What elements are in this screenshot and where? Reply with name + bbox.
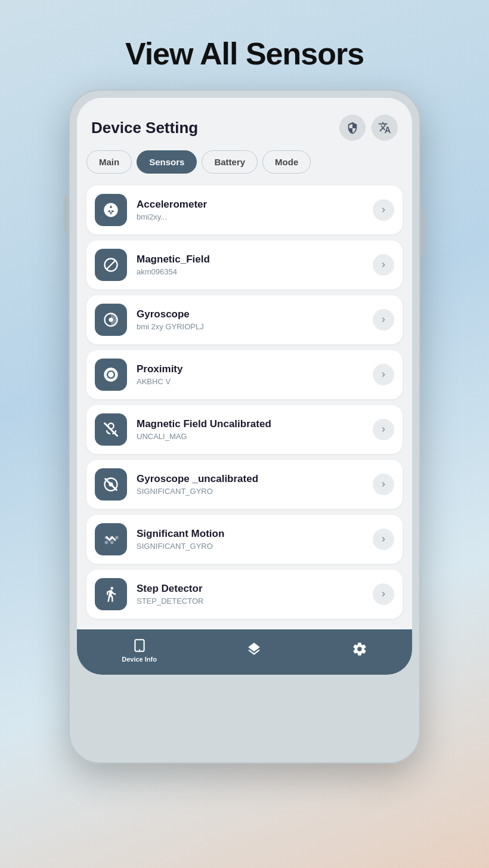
gyroscope-uncal-chevron[interactable] (373, 474, 394, 495)
translate-icon-button[interactable] (372, 115, 398, 141)
gyroscope-uncal-icon (95, 468, 127, 501)
svg-line-2 (106, 479, 117, 490)
significant-motion-name: Significant Motion (137, 528, 363, 540)
gyroscope-icon (95, 304, 127, 336)
magnetic-field-id: akm096354 (137, 267, 363, 276)
magnetic-uncal-id: UNCALI_MAG (137, 432, 363, 441)
gyroscope-chevron[interactable] (373, 309, 394, 330)
settings-nav-icon (352, 641, 367, 657)
gyroscope-info: Gyroscope bmi 2xy GYRIOPLJ (137, 308, 363, 331)
magnetic-field-name: Magnetic_Field (137, 254, 363, 265)
sensor-item-gyroscope[interactable]: Gyroscope bmi 2xy GYRIOPLJ (86, 295, 403, 344)
magnetic-field-chevron[interactable] (373, 254, 394, 276)
magnetic-uncal-chevron[interactable] (373, 419, 394, 440)
sensor-item-accelerometer[interactable]: Accelerometer bmi2xy... (86, 186, 403, 234)
layers-nav-icon (246, 641, 262, 657)
tab-mode[interactable]: Mode (262, 150, 311, 174)
sensor-item-magnetic-uncal[interactable]: Magnetic Field Uncalibrated UNCALI_MAG (86, 405, 403, 454)
nav-layers[interactable] (246, 641, 262, 659)
svg-rect-3 (138, 650, 140, 651)
nav-settings[interactable] (352, 641, 367, 659)
nav-device-info[interactable]: Device Info (122, 638, 157, 663)
proximity-icon (95, 359, 127, 391)
step-detector-info: Step Detector STEP_DETECTOR (137, 583, 363, 606)
accelerometer-icon (95, 194, 127, 226)
phone-frame: Device Setting Main Sensors Battery Mode (69, 89, 420, 764)
tab-sensors[interactable]: Sensors (137, 150, 197, 174)
sensor-item-step-detector[interactable]: Step Detector STEP_DETECTOR (86, 570, 403, 619)
app-header-title: Device Setting (91, 119, 198, 137)
significant-motion-info: Significant Motion SIGNIFICANT_GYRO (137, 528, 363, 551)
proximity-id: AKBHC V (137, 377, 363, 386)
sensor-item-significant-motion[interactable]: Significant Motion SIGNIFICANT_GYRO (86, 515, 403, 564)
magnetic-uncal-icon (95, 413, 127, 446)
significant-motion-chevron[interactable] (373, 529, 394, 550)
significant-motion-icon (95, 523, 127, 555)
magnetic-uncal-name: Magnetic Field Uncalibrated (137, 418, 363, 430)
header-icons (339, 115, 398, 141)
proximity-info: Proximity AKBHC V (137, 363, 363, 386)
shield-icon-button[interactable] (339, 115, 366, 141)
accelerometer-chevron[interactable] (373, 199, 394, 221)
phone-screen: Device Setting Main Sensors Battery Mode (77, 98, 412, 675)
shield-icon (346, 121, 359, 134)
nav-device-info-label: Device Info (122, 656, 157, 663)
significant-motion-id: SIGNIFICANT_GYRO (137, 542, 363, 551)
step-detector-icon (95, 578, 127, 610)
step-detector-name: Step Detector (137, 583, 363, 595)
magnetic-field-info: Magnetic_Field akm096354 (137, 254, 363, 276)
proximity-chevron[interactable] (373, 364, 394, 385)
phone-nav-icon (132, 638, 147, 653)
gyroscope-uncal-id: SIGNIFICANT_GYRO (137, 487, 363, 496)
accelerometer-info: Accelerometer bmi2xy... (137, 199, 363, 221)
tab-bar: Main Sensors Battery Mode (77, 150, 412, 181)
gyroscope-uncal-name: Gyroscope _uncalibrated (137, 473, 363, 485)
accelerometer-name: Accelerometer (137, 199, 363, 211)
step-detector-chevron[interactable] (373, 583, 394, 605)
accelerometer-id: bmi2xy... (137, 212, 363, 221)
phone-wrapper: Device Setting Main Sensors Battery Mode (0, 89, 489, 764)
gyroscope-name: Gyroscope (137, 308, 363, 320)
proximity-name: Proximity (137, 363, 363, 375)
gyroscope-id: bmi 2xy GYRIOPLJ (137, 322, 363, 331)
sensor-item-magnetic-field[interactable]: Magnetic_Field akm096354 (86, 240, 403, 289)
sensor-item-gyroscope-uncal[interactable]: Gyroscope _uncalibrated SIGNIFICANT_GYRO (86, 460, 403, 509)
app-header: Device Setting (77, 98, 412, 150)
magnetic-field-icon (95, 249, 127, 281)
sensor-item-proximity[interactable]: Proximity AKBHC V (86, 350, 403, 399)
translate-icon (378, 121, 391, 134)
magnetic-uncal-info: Magnetic Field Uncalibrated UNCALI_MAG (137, 418, 363, 441)
tab-battery[interactable]: Battery (202, 150, 258, 174)
page-title: View All Sensors (0, 0, 489, 89)
bottom-nav: Device Info (77, 629, 412, 675)
sensors-list: Accelerometer bmi2xy... Magnetic_Field a… (77, 181, 412, 623)
gyroscope-uncal-info: Gyroscope _uncalibrated SIGNIFICANT_GYRO (137, 473, 363, 496)
step-detector-id: STEP_DETECTOR (137, 597, 363, 606)
tab-main[interactable]: Main (86, 150, 132, 174)
